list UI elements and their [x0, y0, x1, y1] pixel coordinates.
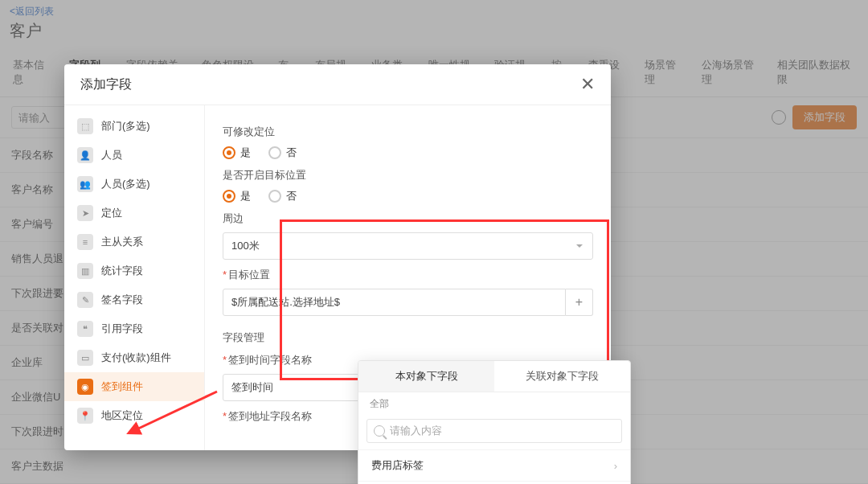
modifiable-yes-radio[interactable]: 是: [223, 146, 251, 160]
range-select[interactable]: 100米: [223, 232, 593, 260]
modifiable-no-radio[interactable]: 否: [268, 146, 297, 160]
field-type-icon: 👤: [77, 147, 93, 163]
popover-breadcrumb: 全部: [358, 392, 630, 416]
target-input[interactable]: $所属配送站.选择地址$: [223, 289, 566, 316]
target-label: *目标位置: [223, 268, 593, 282]
enable-target-yes-radio[interactable]: 是: [223, 189, 251, 203]
sidebar-item-6[interactable]: ✎签名字段: [64, 285, 204, 314]
sidebar-item-10[interactable]: 📍地区定位: [64, 401, 204, 430]
field-picker-popover: 本对象下字段 关联对象下字段 全部 请输入内容 费用店标签›所属医院›上级经销商…: [358, 360, 631, 484]
section-label: 字段管理: [223, 330, 593, 345]
add-target-button[interactable]: +: [566, 289, 593, 316]
sidebar-item-4[interactable]: ≡主从关系: [64, 228, 204, 256]
chevron-right-icon: ›: [614, 460, 617, 472]
field-type-icon: ✎: [77, 292, 93, 308]
field-type-icon: 👥: [77, 176, 93, 192]
sidebar-item-9[interactable]: ◉签到组件: [64, 372, 204, 401]
range-label: 周边: [223, 211, 593, 226]
field-type-icon: ≡: [77, 234, 93, 250]
field-type-icon: ◉: [77, 379, 93, 395]
field-type-icon: ➤: [77, 205, 93, 221]
field-type-icon: 📍: [77, 408, 93, 424]
search-icon: [374, 425, 385, 437]
sidebar-item-0[interactable]: ⬚部门(多选): [64, 112, 204, 141]
field-type-icon: ▥: [77, 263, 93, 279]
modal-title: 添加字段: [80, 76, 580, 93]
sidebar-item-5[interactable]: ▥统计字段: [64, 256, 204, 285]
field-type-icon: ❝: [77, 321, 93, 337]
field-type-sidebar: ⬚部门(多选)👤人员👥人员(多选)➤定位≡主从关系▥统计字段✎签名字段❝引用字段…: [64, 105, 205, 450]
modifiable-label: 可修改定位: [223, 125, 593, 139]
sidebar-item-8[interactable]: ▭支付(收款)组件: [64, 343, 204, 372]
field-type-icon: ⬚: [77, 118, 93, 134]
popover-tab-related[interactable]: 关联对象下字段: [494, 361, 630, 392]
field-type-icon: ▭: [77, 350, 93, 366]
sidebar-item-7[interactable]: ❝引用字段: [64, 314, 204, 343]
popover-item[interactable]: 所属医院›: [358, 481, 630, 484]
sidebar-item-2[interactable]: 👥人员(多选): [64, 170, 204, 199]
enable-target-label: 是否开启目标位置: [223, 168, 593, 183]
popover-item[interactable]: 费用店标签›: [358, 449, 630, 481]
sidebar-item-3[interactable]: ➤定位: [64, 199, 204, 228]
popover-tab-current[interactable]: 本对象下字段: [358, 361, 494, 392]
close-icon[interactable]: ✕: [580, 76, 595, 93]
sidebar-item-1[interactable]: 👤人员: [64, 141, 204, 170]
popover-search-input[interactable]: 请输入内容: [366, 419, 622, 443]
enable-target-no-radio[interactable]: 否: [268, 189, 297, 203]
